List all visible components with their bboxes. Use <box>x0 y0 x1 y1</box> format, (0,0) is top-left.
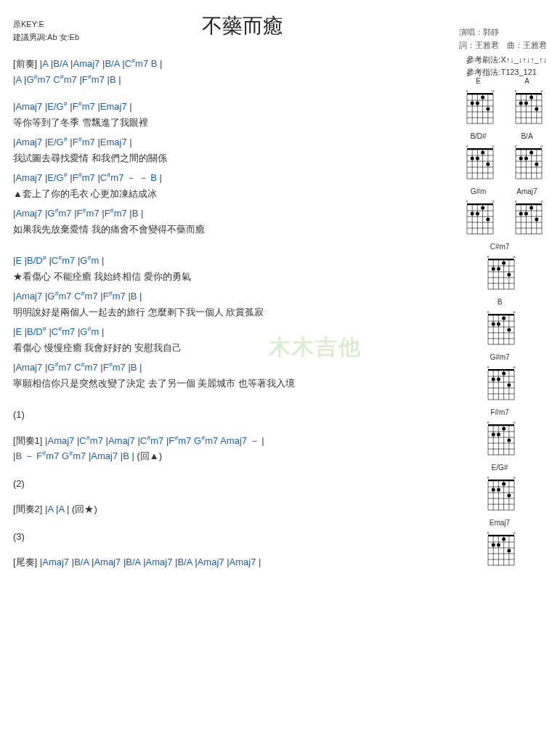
lyric-line: 等你等到了冬季 雪飄進了我眼裡 <box>13 116 420 130</box>
svg-point-108 <box>519 212 522 216</box>
chord-diagram: B/Axo <box>507 132 547 183</box>
lyric-line: 我試圖去尋找愛情 和我們之間的關係 <box>13 151 420 166</box>
chord-diagram-name: Amaj7 <box>507 187 547 196</box>
fretboard-icon: xo <box>461 142 496 183</box>
chord-line: |E |B/D# |C#m7 |G#m | <box>13 254 420 268</box>
chord-line: |B － F#m7 G#m7 |Amaj7 |B | (回▲) <box>13 449 420 464</box>
meta-right: 演唱：郭靜 詞：王雅君 曲：王雅君 <box>459 26 547 52</box>
fretboard-icon: xo <box>510 87 545 128</box>
chord-diagram-name: E <box>458 77 498 86</box>
svg-point-203 <box>492 488 495 492</box>
chord-diagram: Emaj7xo <box>480 519 520 570</box>
svg-text:x: x <box>487 475 490 480</box>
chord-diagram-name: B <box>480 298 520 307</box>
reference-box: 參考刷法:X↑↓_↓↑↓↑_↑↓ 參考指法:T123_121 <box>466 54 547 78</box>
svg-text:o: o <box>540 144 543 148</box>
lyric-line: (3) <box>13 530 420 544</box>
svg-point-148 <box>507 328 511 332</box>
chord-diagram: Bxo <box>480 298 520 349</box>
svg-text:o: o <box>540 199 543 203</box>
chord-line: |A |G#m7 C#m7 |F#m7 |B | <box>13 73 420 87</box>
svg-point-89 <box>470 212 474 216</box>
svg-point-129 <box>507 273 511 277</box>
chord-line: |Amaj7 |G#m7 |F#m7 |F#m7 |B | <box>13 206 420 221</box>
fretboard-icon: xo <box>461 198 496 238</box>
svg-point-224 <box>507 549 511 553</box>
chord-diagram-name: F#m7 <box>480 408 520 417</box>
chord-line: |E |B/D# |C#m7 |G#m | <box>13 325 420 339</box>
svg-point-90 <box>481 206 484 210</box>
svg-point-16 <box>475 102 479 105</box>
svg-point-33 <box>529 96 533 100</box>
svg-point-127 <box>492 267 495 271</box>
svg-point-111 <box>524 212 527 216</box>
svg-point-185 <box>502 427 506 431</box>
lyric-line: ▲套上了你的毛衣 心更加凍結成冰 <box>13 187 420 201</box>
svg-point-14 <box>481 96 484 100</box>
svg-point-92 <box>475 212 479 216</box>
svg-point-165 <box>492 378 495 381</box>
svg-point-13 <box>470 102 474 105</box>
svg-point-184 <box>492 433 495 437</box>
svg-point-51 <box>470 157 474 161</box>
svg-point-34 <box>535 108 538 111</box>
chord-line: |Amaj7 |G#m7 C#m7 |F#m7 |B | <box>13 289 420 304</box>
svg-text:o: o <box>513 310 516 314</box>
fretboard-icon: xo <box>482 474 517 514</box>
svg-point-205 <box>507 494 511 498</box>
svg-point-53 <box>486 163 490 166</box>
svg-rect-0 <box>467 93 493 94</box>
chord-line: |Amaj7 |E/G# |F#m7 |C#m7 － － B | <box>13 171 420 185</box>
svg-point-71 <box>529 151 533 155</box>
svg-point-35 <box>524 102 527 105</box>
fretboard-icon: xo <box>482 529 517 570</box>
svg-point-109 <box>529 206 533 210</box>
svg-point-149 <box>497 323 500 326</box>
svg-text:x: x <box>487 420 490 424</box>
chord-diagrams-column: ExoAxoB/D#xoB/AxoG#mxoAmaj7xoC#m7xoBxoG#… <box>453 77 547 574</box>
chord-diagram-name: E/G# <box>480 464 520 472</box>
ref-fingering: 參考指法:T123_121 <box>466 66 547 78</box>
svg-text:x: x <box>466 144 468 148</box>
svg-text:x: x <box>466 199 468 203</box>
chord-diagram-row: Emaj7xo <box>453 519 547 570</box>
svg-text:x: x <box>514 89 516 93</box>
chord-line: [前奏] |A |B/A |Amaj7 |B/A |C#m7 B | <box>13 57 420 71</box>
chord-diagram-row: F#m7xo <box>453 408 547 459</box>
fretboard-icon: xo <box>482 363 517 404</box>
svg-text:o: o <box>513 420 516 424</box>
svg-point-52 <box>481 151 484 155</box>
chord-diagram-name: G#m7 <box>480 353 520 362</box>
svg-point-147 <box>502 317 506 320</box>
chord-diagram-row: B/D#xoB/Axo <box>453 132 547 183</box>
chord-diagram: C#m7xo <box>480 243 520 294</box>
chord-diagram: B/D#xo <box>458 132 498 183</box>
svg-text:o: o <box>492 89 495 93</box>
chord-diagram: Amaj7xo <box>507 187 547 238</box>
chord-diagram-name: B/A <box>507 132 547 141</box>
svg-rect-19 <box>516 93 542 94</box>
svg-rect-57 <box>516 148 542 150</box>
svg-text:x: x <box>487 310 490 314</box>
svg-text:o: o <box>513 254 516 259</box>
svg-text:x: x <box>466 89 468 93</box>
chord-diagram: G#mxo <box>458 187 498 238</box>
svg-text:o: o <box>513 365 516 369</box>
svg-text:o: o <box>513 475 516 480</box>
singer-credit: 演唱：郭靜 <box>459 26 547 39</box>
chord-line: |Amaj7 |E/G# |F#m7 |Emaj7 | <box>13 100 420 114</box>
svg-point-54 <box>475 157 479 161</box>
svg-point-166 <box>502 372 506 376</box>
svg-text:o: o <box>492 144 495 148</box>
lyric-line: 看傷心 慢慢痊癒 我會好好的 安慰我自己 <box>13 341 420 355</box>
svg-point-128 <box>502 262 506 265</box>
writer-credit: 詞：王雅君 曲：王雅君 <box>459 39 547 52</box>
chord-diagram-name: C#m7 <box>480 243 520 251</box>
svg-text:o: o <box>513 530 516 535</box>
suggested-key: 建議男調:Ab 女:Eb <box>13 31 202 44</box>
lyric-line: 如果我先放棄愛情 我的痛會不會變得不藥而癒 <box>13 222 420 237</box>
fretboard-icon: xo <box>510 198 545 238</box>
svg-point-15 <box>486 108 490 111</box>
chord-line: |Amaj7 |E/G# |F#m7 |Emaj7 | <box>13 135 420 150</box>
chord-diagram-row: C#m7xo <box>453 243 547 294</box>
